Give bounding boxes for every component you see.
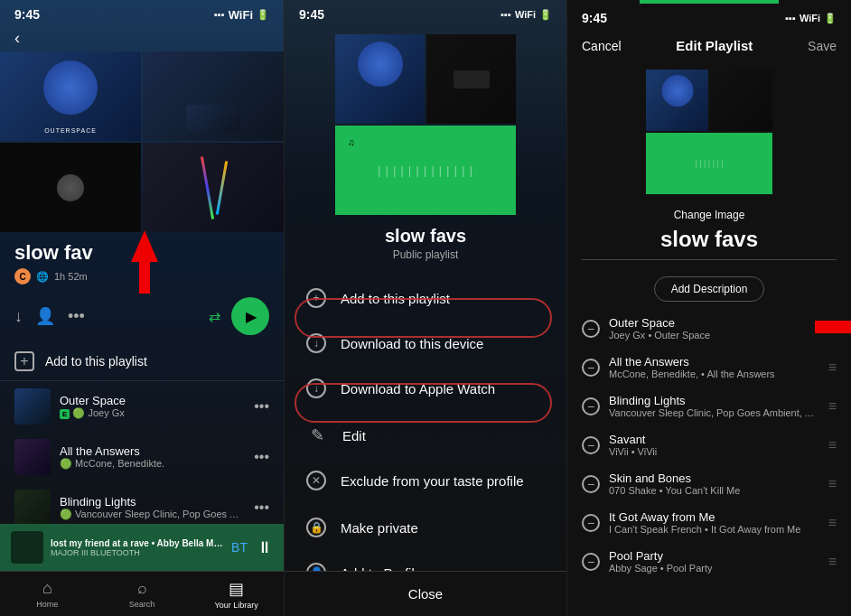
drag-handle-icon[interactable]: ≡ [828,437,837,453]
p2-add-profile[interactable]: 👤 Add to Profile [285,550,566,571]
controls-row: ↓ 👤 ••• ⇄ [0,290,284,342]
album-cell-dark [0,143,141,232]
control-icons: ↓ 👤 ••• [14,306,85,326]
drag-handle-icon[interactable]: ≡ [828,398,837,415]
p3-track-info: All the Answers McCone, Benedikte, • All… [609,355,819,379]
cancel-button[interactable]: Cancel [582,39,622,53]
p3-track-item[interactable]: − Pool Party Abby Sage • Pool Party ≡ [567,542,851,581]
save-button[interactable]: Save [808,39,837,53]
track-more-button[interactable]: ••• [254,449,269,465]
globe-icon: 🌐 [36,271,49,283]
avatar: C [14,268,31,285]
p3-track-artist: Joey Gx • Outer Space [609,330,819,341]
p2-exclude[interactable]: ✕ Exclude from your taste profile [285,458,566,503]
tab-library[interactable]: ▤ Your Library [189,572,284,616]
p3-header: Cancel Edit Playlist Save [567,29,851,62]
remove-track-button[interactable]: − [582,514,600,532]
p3-track-info: Skin and Bones 070 Shake • You Can't Kil… [609,471,819,496]
change-image-button[interactable]: Change Image [567,209,851,221]
p3-header-title: Edit Playlist [676,38,753,53]
p2-make-private-label: Make private [341,520,418,536]
track-item[interactable]: All the Answers 🟢 McCone, Benedikte. ••• [0,432,284,482]
p3-track-name: It Got Away from Me [609,510,819,524]
np-subtitle: MAJOR III BLUETOOTH [51,548,224,557]
p3-track-name: Pool Party [609,549,819,563]
panel-3: 9:45 ▪▪▪ WiFi 🔋 Cancel Edit Playlist Sav… [567,0,851,616]
p2-download-watch[interactable]: ↓ Download to Apple Watch [285,366,566,411]
pause-icon[interactable]: ⏸ [257,538,273,557]
p3-track-info: It Got Away from Me I Can't Speak French… [609,510,819,535]
p3-track-artist: McCone, Benedikte, • All the Answers [609,369,819,379]
p3-track-item[interactable]: − Savant ViVii • ViVii ≡ [567,425,851,464]
album-cell-car [143,51,284,141]
shuffle-icon[interactable]: ⇄ [209,308,220,325]
p3-track-info: Pool Party Abby Sage • Pool Party [609,549,819,574]
p3-track-item[interactable]: − Outer Space Joey Gx • Outer Space ≡ [567,309,851,348]
remove-track-button[interactable]: − [582,359,600,377]
p2-edit[interactable]: ✎ Edit [285,413,566,458]
p3-cell-1 [646,70,708,131]
p3-track-item[interactable]: − Skin and Bones 070 Shake • You Can't K… [567,464,851,503]
p2-add-to-playlist[interactable]: + Add to this playlist [285,275,566,321]
p3-track-item[interactable]: − All the Answers McCone, Benedikte, • A… [567,348,851,387]
p3-track-item[interactable]: − It Got Away from Me I Can't Speak Fren… [567,503,851,542]
add-description-button[interactable]: Add Description [654,276,765,302]
track-thumb [14,490,51,526]
chevron-left-icon: ‹ [14,29,20,47]
add-description-container: Add Description [582,276,837,302]
p2-make-private[interactable]: 🔒 Make private [285,505,566,550]
play-button[interactable] [231,297,269,335]
p3-track-name: Savant [609,433,819,446]
add-user-icon[interactable]: 👤 [35,306,55,326]
explicit-badge: E [60,409,70,419]
playlist-meta: C 🌐 1h 52m [14,268,269,285]
p2-close-button[interactable]: Close [285,571,566,616]
download-watch-icon: ↓ [306,378,326,398]
exclude-icon: ✕ [306,471,326,490]
p3-track-artist: 070 Shake • You Can't Kill Me [609,485,819,496]
add-to-playlist-row[interactable]: + Add to this playlist [0,342,284,381]
drag-handle-icon[interactable]: ≡ [828,476,837,492]
status-icons-3: ▪▪▪ WiFi 🔋 [785,13,837,24]
remove-track-button[interactable]: − [582,553,600,571]
remove-track-button[interactable]: − [582,320,600,338]
time-1: 9:45 [14,7,40,22]
remove-track-button[interactable]: − [582,436,600,454]
download-icon[interactable]: ↓ [14,307,23,326]
signal-icon: ▪▪▪ [214,9,225,20]
p3-cell-3 [646,133,772,194]
p2-download-device[interactable]: ↓ Download to this device [285,321,566,366]
drag-handle-icon[interactable]: ≡ [828,554,837,570]
p3-track-item[interactable]: − Blinding Lights Vancouver Sleep Clinic… [567,387,851,425]
p3-track-info: Outer Space Joey Gx • Outer Space [609,316,819,341]
p2-menu-label: Download to Apple Watch [341,381,495,397]
more-icon[interactable]: ••• [68,307,85,326]
tab-home[interactable]: ⌂ Home [0,572,95,616]
drag-handle-icon[interactable]: ≡ [828,359,837,376]
battery-icon-2: 🔋 [539,9,552,21]
status-bar-2: 9:45 ▪▪▪ WiFi 🔋 [285,0,566,25]
p3-track-artist: Vancouver Sleep Clinic, Pop Goes Ambient… [609,407,819,418]
track-info: Outer Space E 🟢 Joey Gx [60,394,245,419]
remove-track-button[interactable]: − [582,475,600,493]
p2-menu-label: Download to this device [341,336,483,351]
drag-handle-icon[interactable]: ≡ [828,515,837,531]
tab-search-label: Search [129,600,155,609]
edit-icon: ✎ [306,425,328,445]
tab-bar-1: ⌂ Home ⌕ Search ▤ Your Library [0,571,284,616]
track-info: All the Answers 🟢 McCone, Benedikte. [60,444,245,470]
p3-track-artist: Abby Sage • Pool Party [609,563,819,574]
track-more-button[interactable]: ••• [254,398,269,415]
tab-search[interactable]: ⌕ Search [95,572,190,616]
track-artist: 🟢 Vancouver Sleep Clinic, Pop Goes Ambie… [60,509,245,520]
now-playing-bar[interactable]: lost my friend at a rave • Abby Bella Ma… [0,524,284,571]
album-cell-colored [143,143,284,232]
p3-track-name: Blinding Lights [609,394,819,407]
track-item[interactable]: Outer Space E 🟢 Joey Gx ••• [0,381,284,432]
signal-icon-2: ▪▪▪ [500,9,511,20]
back-button[interactable]: ‹ [0,25,284,51]
track-more-button[interactable]: ••• [254,499,269,516]
p3-album-art [646,70,772,196]
bluetooth-icon: BT [231,540,248,555]
remove-track-button[interactable]: − [582,397,600,415]
